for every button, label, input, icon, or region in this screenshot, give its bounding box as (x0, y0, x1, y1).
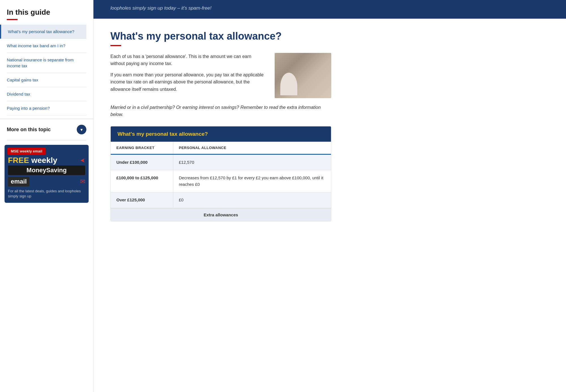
email-arrow-icon: ➤ (80, 157, 85, 164)
bracket-cell-3: Over £125,000 (111, 192, 173, 208)
email-weekly-label: weekly (29, 156, 57, 165)
allowance-cell-3: £0 (173, 192, 331, 208)
email-free-label: FREE (8, 156, 29, 165)
nav-link-4[interactable]: Capital gains tax (7, 73, 86, 87)
table-title-suffix: ? (205, 131, 208, 137)
email-row3: email ✉ (5, 176, 89, 189)
nav-item-1[interactable]: What's my personal tax allowance? (0, 25, 86, 39)
nav-item-4[interactable]: Capital gains tax (7, 73, 86, 87)
allowance-cell-1: £12,570 (173, 154, 331, 170)
nav-item-5[interactable]: Dividend tax (7, 87, 86, 101)
email-send-icon: ✉ (80, 178, 85, 185)
email-moneysaving-label: MoneySaving (8, 165, 85, 175)
guide-title: In this guide (7, 8, 86, 17)
intro-para-2: If you earn more than your personal allo… (110, 71, 266, 93)
nav-item-2[interactable]: What income tax band am I in? (7, 39, 86, 53)
banner-text: loopholes simply sign up today – it's sp… (110, 5, 549, 12)
article-title-underline (110, 45, 121, 46)
table-header-title: What's my personal tax allowance? (118, 131, 208, 137)
nav-link-2[interactable]: What income tax band am I in? (7, 39, 86, 53)
table-header-row: EARNING BRACKET PERSONAL ALLOWANCE (111, 142, 331, 154)
allowance-table: EARNING BRACKET PERSONAL ALLOWANCE Under… (111, 142, 331, 221)
table-footer-cell: Extra allowances (111, 208, 331, 221)
nav-link-5[interactable]: Dividend tax (7, 87, 86, 101)
nav-item-6[interactable]: Paying into a pension? (7, 101, 86, 115)
article-thumbnail (275, 53, 331, 98)
table-row: Over £125,000 £0 (111, 192, 331, 208)
email-label-text: email (8, 177, 29, 186)
guide-nav: What's my personal tax allowance? What i… (7, 25, 86, 115)
nav-link-1[interactable]: What's my personal tax allowance? (8, 25, 86, 38)
table-title-prefix: What's my (118, 131, 146, 137)
bracket-cell-2: £100,000 to £125,000 (111, 170, 173, 192)
bracket-cell-1: Under £100,000 (111, 154, 173, 170)
article-title: What's my personal tax allowance? (110, 30, 331, 42)
more-on-topic-expand-button[interactable] (77, 125, 86, 134)
email-row1: FREE weekly ➤ (5, 155, 89, 165)
email-badge: MSE weekly email (7, 148, 46, 155)
col1-header: EARNING BRACKET (111, 142, 173, 154)
nav-link-3[interactable]: National insurance is separate from inco… (7, 53, 86, 73)
table-footer-row: Extra allowances (111, 208, 331, 221)
sidebar-divider (7, 140, 86, 140)
thumbnail-image (275, 53, 331, 98)
table-header-bar: What's my personal tax allowance? (111, 126, 331, 142)
guide-title-underline (7, 19, 18, 20)
table-row: £100,000 to £125,000 Decreases from £12,… (111, 170, 331, 192)
article-body: What's my personal tax allowance? Each o… (93, 19, 348, 233)
col2-header: PERSONAL ALLOWANCE (173, 142, 331, 154)
nav-link-6[interactable]: Paying into a pension? (7, 101, 86, 115)
article-intro-text: Each of us has a 'personal allowance'. T… (110, 53, 266, 98)
sidebar: In this guide What's my personal tax all… (0, 0, 93, 392)
email-signup-widget: MSE weekly email FREE weekly ➤ MoneySavi… (5, 145, 89, 203)
table-row: Under £100,000 £12,570 (111, 154, 331, 170)
email-footer-text: For all the latest deals, guides and loo… (5, 189, 89, 203)
table-title-highlight: personal tax allowance (146, 131, 205, 137)
email-free-weekly: FREE weekly (8, 156, 57, 165)
article-italic-note: Married or in a civil partnership? Or ea… (110, 104, 331, 118)
top-banner: loopholes simply sign up today – it's sp… (93, 0, 566, 19)
more-on-topic-title: More on this topic (7, 127, 51, 133)
intro-para-1: Each of us has a 'personal allowance'. T… (110, 53, 266, 67)
nav-item-3[interactable]: National insurance is separate from inco… (7, 53, 86, 73)
article-intro-row: Each of us has a 'personal allowance'. T… (110, 53, 331, 98)
more-on-topic-section: More on this topic (0, 119, 93, 140)
allowance-cell-2: Decreases from £12,570 by £1 for every £… (173, 170, 331, 192)
allowance-table-section: What's my personal tax allowance? EARNIN… (110, 126, 331, 221)
email-row2: MoneySaving (5, 165, 89, 176)
main-content: loopholes simply sign up today – it's sp… (93, 0, 566, 392)
